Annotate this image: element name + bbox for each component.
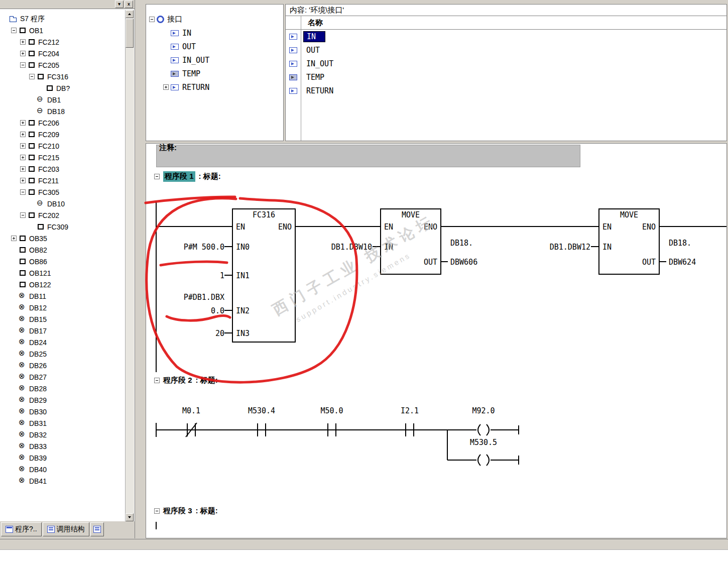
tree-expander-icon[interactable]: [11, 28, 17, 33]
declaration-name-cell[interactable]: IN: [303, 31, 325, 42]
move1-out-operand-line2[interactable]: DBW606: [450, 258, 477, 267]
move2-in-operand[interactable]: DB1.DBW12: [510, 243, 590, 252]
network-2-header[interactable]: 程序段 2: 标题:: [154, 376, 218, 385]
coil-operand[interactable]: M92.0: [461, 406, 506, 415]
tree-item[interactable]: DB39: [1, 452, 126, 464]
network-3-title[interactable]: 程序段 3: [163, 506, 192, 516]
declaration-name-cell[interactable]: TEMP: [303, 72, 327, 82]
coil-operand[interactable]: M530.5: [461, 438, 506, 447]
tree-scrollbar[interactable]: [125, 10, 134, 521]
expander-icon[interactable]: [163, 84, 169, 90]
tree-expander-icon[interactable]: [20, 132, 26, 137]
tree-item[interactable]: DB15: [1, 313, 126, 325]
move2-out-operand-line1[interactable]: DB18.: [669, 239, 691, 248]
tree-item[interactable]: DB26: [1, 360, 126, 371]
tree-expander-icon[interactable]: [20, 62, 26, 68]
tree-item[interactable]: FC309: [1, 221, 126, 233]
tree-item[interactable]: DB24: [1, 336, 126, 348]
network-1-header[interactable]: 程序段 1: 标题:: [154, 171, 221, 182]
network-collapse-icon[interactable]: [154, 174, 160, 179]
tree-item[interactable]: FC212: [1, 36, 126, 48]
declaration-row[interactable]: IN: [286, 30, 726, 43]
interface-section[interactable]: IN: [146, 26, 283, 40]
name-column-header[interactable]: 名称: [301, 18, 323, 28]
move2-out-pin[interactable]: OUT: [624, 258, 656, 267]
tree-item[interactable]: DB29: [1, 394, 126, 406]
tree-item[interactable]: OB86: [1, 256, 126, 267]
interface-section[interactable]: OUT: [146, 40, 283, 53]
tree-item[interactable]: DB25: [1, 348, 126, 360]
tree-item[interactable]: DB10: [1, 198, 126, 209]
move2-out-operand-line2[interactable]: DBW624: [669, 258, 696, 267]
tree-item[interactable]: FC215: [1, 152, 126, 163]
declaration-name-cell[interactable]: OUT: [303, 45, 323, 55]
tree-item[interactable]: FC206: [1, 117, 126, 129]
tree-item[interactable]: FC210: [1, 140, 126, 152]
dock-menu-button[interactable]: ▾: [115, 1, 124, 8]
tree-item[interactable]: DB17: [1, 325, 126, 336]
declaration-row[interactable]: TEMP: [286, 70, 726, 84]
row-selector[interactable]: [286, 74, 301, 80]
fc-in2-pin[interactable]: IN2: [236, 306, 250, 315]
collapse-icon[interactable]: [149, 17, 155, 22]
move1-in-pin[interactable]: IN: [384, 243, 393, 252]
tab-details[interactable]: [90, 522, 104, 536]
fc-in1-pin[interactable]: IN1: [236, 271, 250, 280]
interface-section[interactable]: IN_OUT: [146, 53, 283, 67]
fc-in3-pin[interactable]: IN3: [236, 329, 250, 338]
tree-item[interactable]: DB28: [1, 383, 126, 394]
move1-block-title[interactable]: MOVE: [381, 210, 441, 219]
fc-block-title[interactable]: FC316: [232, 210, 295, 219]
tree-item[interactable]: FC305: [1, 186, 126, 198]
move2-eno-pin[interactable]: ENO: [629, 222, 656, 232]
contact-operand[interactable]: M530.4: [239, 406, 284, 415]
fc-in0-operand[interactable]: P#M 500.0: [151, 243, 224, 252]
move1-in-operand[interactable]: DB1.DBW10: [292, 243, 372, 252]
move1-out-operand-line1[interactable]: DB18.: [450, 239, 473, 248]
fc-in2-operand-line1[interactable]: P#DB1.DBX: [151, 293, 224, 302]
tree-item[interactable]: FC204: [1, 48, 126, 59]
move1-en-pin[interactable]: EN: [384, 222, 393, 232]
tree-expander-icon[interactable]: [20, 212, 26, 218]
network-collapse-icon[interactable]: [154, 378, 160, 383]
fc-in3-operand[interactable]: 20: [151, 329, 224, 338]
move2-block-title[interactable]: MOVE: [599, 210, 659, 219]
tree-item[interactable]: DB27: [1, 371, 126, 383]
row-selector[interactable]: [286, 88, 301, 94]
move1-eno-pin[interactable]: ENO: [411, 222, 437, 232]
declaration-row[interactable]: OUT: [286, 43, 726, 57]
tree-item[interactable]: DB31: [1, 417, 126, 429]
declaration-name-cell[interactable]: IN_OUT: [303, 59, 336, 69]
tree-item[interactable]: DB41: [1, 475, 126, 487]
dock-titlebar[interactable]: ▾ x: [0, 0, 135, 9]
tree-item[interactable]: FC203: [1, 163, 126, 175]
tree-item[interactable]: DB33: [1, 440, 126, 452]
tree-item[interactable]: FC316: [1, 71, 126, 82]
dock-close-button[interactable]: x: [125, 1, 133, 8]
interface-root[interactable]: 接口: [146, 13, 283, 26]
tree-item[interactable]: S7 程序: [1, 13, 126, 25]
tab-call-structure[interactable]: 调用结构: [43, 522, 89, 536]
tree-item[interactable]: DB30: [1, 406, 126, 417]
network-collapse-icon[interactable]: [154, 508, 160, 514]
network-3-header[interactable]: 程序段 3: 标题:: [154, 506, 218, 516]
tree-expander-icon[interactable]: [20, 39, 26, 45]
move2-en-pin[interactable]: EN: [602, 222, 612, 232]
tree-item[interactable]: OB1: [1, 25, 126, 36]
declaration-name-cell[interactable]: RETURN: [303, 86, 336, 96]
tree-item[interactable]: DB12: [1, 302, 126, 313]
tree-item[interactable]: FC202: [1, 209, 126, 221]
interface-section[interactable]: RETURN: [146, 80, 283, 94]
declaration-row[interactable]: IN_OUT: [286, 57, 726, 70]
scrollbar-thumb[interactable]: [126, 19, 134, 48]
contact-operand[interactable]: M50.0: [309, 406, 354, 415]
network-2-title[interactable]: 程序段 2: [163, 376, 192, 385]
tree-expander-icon[interactable]: [20, 178, 26, 183]
tree-item[interactable]: DB40: [1, 464, 126, 475]
tab-program[interactable]: 程序?..: [1, 522, 42, 536]
interface-section[interactable]: TEMP: [146, 67, 283, 80]
tree-expander-icon[interactable]: [20, 155, 26, 160]
tree-expander-icon[interactable]: [20, 166, 26, 172]
tree-expander-icon[interactable]: [20, 143, 26, 149]
scroll-down-icon[interactable]: [126, 513, 134, 521]
